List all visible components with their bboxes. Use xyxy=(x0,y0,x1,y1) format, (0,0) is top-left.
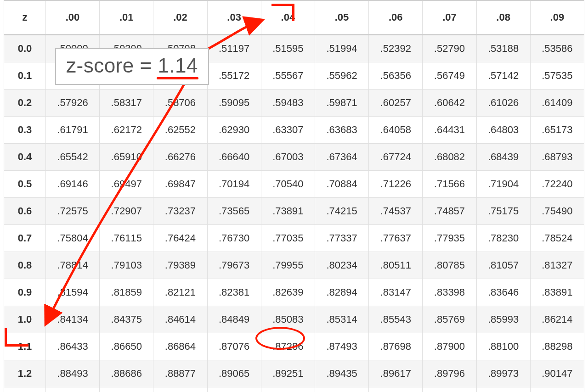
row-header: 1.1 xyxy=(4,333,46,360)
z-table-cell: .85993 xyxy=(476,306,530,333)
row-header: 1.3 xyxy=(4,387,46,392)
z-table-cell: .51197 xyxy=(207,35,261,62)
z-table-cell: .78230 xyxy=(476,225,530,252)
col-header-03: .03 xyxy=(207,0,261,35)
z-table-cell: .80511 xyxy=(369,252,423,279)
z-table-cell: .87900 xyxy=(423,333,476,360)
z-table-cell: .86864 xyxy=(153,333,207,360)
z-table-cell: .81594 xyxy=(45,279,99,306)
z-table-cell: .65542 xyxy=(45,144,99,171)
z-table-cell: .57926 xyxy=(45,90,99,117)
z-table-cell: .51595 xyxy=(261,35,315,62)
z-table-cell: .83891 xyxy=(530,279,584,306)
row-header: 1.0 xyxy=(4,306,46,333)
z-table-cell: .53983 xyxy=(45,62,99,90)
z-table-cell: .79955 xyxy=(261,252,315,279)
z-table-cell: .91149 xyxy=(315,387,368,392)
row-header: 0.0 xyxy=(4,35,46,62)
z-table-cell: .84134 xyxy=(45,306,99,333)
table-row: 0.0.50000.50399.50798.51197.51595.51994.… xyxy=(4,35,584,62)
z-table-cell: .50798 xyxy=(153,35,207,62)
z-table-cell: .60642 xyxy=(423,90,476,117)
z-table-cell: .85769 xyxy=(423,306,476,333)
z-table-cell: .85083 xyxy=(261,306,315,333)
z-table-cell: .82894 xyxy=(315,279,368,306)
z-table-cell: .54776 xyxy=(153,62,207,90)
z-table-cell: .76115 xyxy=(100,225,153,252)
z-table-cell: .58317 xyxy=(100,90,153,117)
col-header-01: .01 xyxy=(100,0,153,35)
z-table-cell: .69146 xyxy=(45,171,99,198)
z-table-viewport: z .00 .01 .02 .03 .04 .05 .06 .07 .08 .0… xyxy=(0,0,588,392)
z-table-cell: .76424 xyxy=(153,225,207,252)
z-table: z .00 .01 .02 .03 .04 .05 .06 .07 .08 .0… xyxy=(4,0,584,392)
z-table-cell: .85543 xyxy=(369,306,423,333)
z-table-cell: .88877 xyxy=(153,360,207,387)
z-table-cell: .57535 xyxy=(530,62,584,90)
z-table-cell: .83646 xyxy=(476,279,530,306)
z-table-cell: .81057 xyxy=(476,252,530,279)
z-table-cell: .62172 xyxy=(100,117,153,144)
z-table-cell: .86214 xyxy=(530,306,584,333)
row-header: 0.6 xyxy=(4,198,46,225)
z-table-cell: .74537 xyxy=(369,198,423,225)
z-table-cell: .66276 xyxy=(153,144,207,171)
z-table-cell: .75175 xyxy=(476,198,530,225)
z-table-cell: .82639 xyxy=(261,279,315,306)
table-row: 0.8.78814.79103.79389.79673.79955.80234.… xyxy=(4,252,584,279)
col-header-00: .00 xyxy=(45,0,99,35)
z-table-cell: .85314 xyxy=(315,306,368,333)
z-table-cell: .80785 xyxy=(423,252,476,279)
z-table-cell: .73891 xyxy=(261,198,315,225)
z-table-header-row: z .00 .01 .02 .03 .04 .05 .06 .07 .08 .0… xyxy=(4,0,584,35)
z-table-cell: .59871 xyxy=(315,90,368,117)
z-table-cell: .67724 xyxy=(369,144,423,171)
z-table-cell: .89435 xyxy=(315,360,368,387)
z-table-cell: .77337 xyxy=(315,225,368,252)
table-row: 0.5.69146.69497.69847.70194.70540.70884.… xyxy=(4,171,584,198)
row-header: 0.8 xyxy=(4,252,46,279)
z-table-cell: .90658 xyxy=(153,387,207,392)
z-table-cell: .61026 xyxy=(476,90,530,117)
z-table-cell: .61409 xyxy=(530,90,584,117)
z-table-cell: .55567 xyxy=(261,62,315,90)
z-table-cell: .74857 xyxy=(423,198,476,225)
z-table-cell: .87698 xyxy=(369,333,423,360)
z-table-cell: .56356 xyxy=(369,62,423,90)
z-table-cell: .68082 xyxy=(423,144,476,171)
z-table-cell: .68439 xyxy=(476,144,530,171)
col-header-07: .07 xyxy=(423,0,476,35)
z-table-cell: .87076 xyxy=(207,333,261,360)
z-table-cell: .71566 xyxy=(423,171,476,198)
z-table-cell: .77637 xyxy=(369,225,423,252)
z-table-cell: .69497 xyxy=(100,171,153,198)
z-table-cell: .90824 xyxy=(207,387,261,392)
z-table-cell: .63307 xyxy=(261,117,315,144)
table-row: 0.7.75804.76115.76424.76730.77035.77337.… xyxy=(4,225,584,252)
z-table-cell: .89796 xyxy=(423,360,476,387)
z-table-cell: .64803 xyxy=(476,117,530,144)
z-table-cell: .65910 xyxy=(100,144,153,171)
row-header: 0.9 xyxy=(4,279,46,306)
z-table-cell: .88100 xyxy=(476,333,530,360)
z-table-cell: .62930 xyxy=(207,117,261,144)
z-table-cell: .88493 xyxy=(45,360,99,387)
z-table-cell: .78524 xyxy=(530,225,584,252)
z-table-cell: .84614 xyxy=(153,306,207,333)
row-header: 0.3 xyxy=(4,117,46,144)
table-row: 1.3.90320.90490.90658.90824.90988.91149.… xyxy=(4,387,584,392)
table-row: 0.6.72575.72907.73237.73565.73891.74215.… xyxy=(4,198,584,225)
table-row: 0.2.57926.58317.58706.59095.59483.59871.… xyxy=(4,90,584,117)
z-table-cell: .73565 xyxy=(207,198,261,225)
z-table-cell: .91774 xyxy=(530,387,584,392)
z-table-cell: .81859 xyxy=(100,279,153,306)
z-table-cell: .69847 xyxy=(153,171,207,198)
col-header-z: z xyxy=(4,0,46,35)
row-header: 0.2 xyxy=(4,90,46,117)
z-table-cell: .84849 xyxy=(207,306,261,333)
z-table-cell: .50399 xyxy=(100,35,153,62)
table-row: 0.1.53983.54380.54776.55172.55567.55962.… xyxy=(4,62,584,90)
z-table-cell: .52392 xyxy=(369,35,423,62)
z-table-cell: .70194 xyxy=(207,171,261,198)
row-header: 0.1 xyxy=(4,62,46,90)
